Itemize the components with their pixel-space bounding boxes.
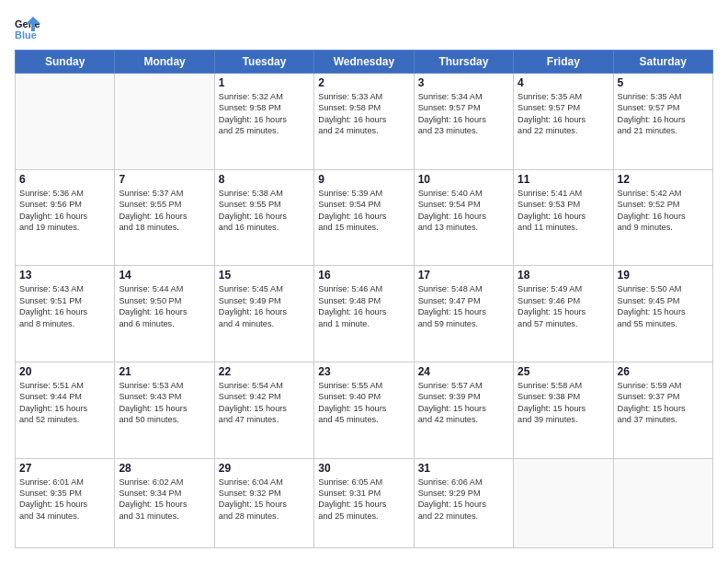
day-number: 9 [318, 173, 409, 186]
day-number: 17 [418, 269, 509, 282]
day-number: 22 [219, 365, 310, 378]
cell-text: Sunrise: 5:44 AM Sunset: 9:50 PM Dayligh… [119, 283, 210, 329]
day-number: 3 [418, 76, 509, 89]
day-number: 15 [219, 269, 310, 282]
calendar-cell: 19Sunrise: 5:50 AM Sunset: 9:45 PM Dayli… [613, 266, 712, 362]
calendar-cell [514, 458, 613, 547]
calendar-cell: 15Sunrise: 5:45 AM Sunset: 9:49 PM Dayli… [214, 266, 313, 362]
day-number: 29 [219, 462, 310, 475]
day-number: 24 [418, 365, 509, 378]
cell-text: Sunrise: 5:55 AM Sunset: 9:40 PM Dayligh… [318, 380, 409, 426]
header: General Blue [15, 15, 713, 40]
calendar-cell: 5Sunrise: 5:35 AM Sunset: 9:57 PM Daylig… [613, 74, 712, 170]
calendar-cell: 23Sunrise: 5:55 AM Sunset: 9:40 PM Dayli… [314, 362, 414, 458]
day-number: 21 [119, 365, 210, 378]
cell-text: Sunrise: 5:54 AM Sunset: 9:42 PM Dayligh… [219, 380, 310, 426]
calendar-cell: 4Sunrise: 5:35 AM Sunset: 9:57 PM Daylig… [514, 74, 613, 170]
day-number: 1 [219, 76, 310, 89]
calendar-cell: 8Sunrise: 5:38 AM Sunset: 9:55 PM Daylig… [214, 169, 313, 266]
cell-text: Sunrise: 5:59 AM Sunset: 9:37 PM Dayligh… [618, 380, 709, 426]
day-number: 11 [518, 173, 609, 186]
day-number: 31 [418, 462, 509, 475]
calendar-cell: 1Sunrise: 5:32 AM Sunset: 9:58 PM Daylig… [214, 74, 313, 170]
day-number: 16 [318, 269, 409, 282]
cell-text: Sunrise: 5:40 AM Sunset: 9:54 PM Dayligh… [418, 188, 509, 234]
cell-text: Sunrise: 5:43 AM Sunset: 9:51 PM Dayligh… [19, 283, 110, 329]
cell-text: Sunrise: 5:33 AM Sunset: 9:58 PM Dayligh… [318, 91, 409, 137]
day-number: 5 [618, 76, 709, 89]
cell-text: Sunrise: 5:48 AM Sunset: 9:47 PM Dayligh… [418, 283, 509, 329]
day-number: 18 [518, 269, 609, 282]
calendar-cell: 18Sunrise: 5:49 AM Sunset: 9:46 PM Dayli… [514, 266, 613, 362]
cell-text: Sunrise: 5:57 AM Sunset: 9:39 PM Dayligh… [418, 380, 509, 426]
calendar-cell: 14Sunrise: 5:44 AM Sunset: 9:50 PM Dayli… [115, 266, 214, 362]
day-number: 6 [19, 173, 110, 186]
calendar-cell: 22Sunrise: 5:54 AM Sunset: 9:42 PM Dayli… [214, 362, 313, 458]
cell-text: Sunrise: 5:35 AM Sunset: 9:57 PM Dayligh… [618, 91, 709, 137]
calendar-cell: 13Sunrise: 5:43 AM Sunset: 9:51 PM Dayli… [16, 266, 115, 362]
calendar-cell: 6Sunrise: 5:36 AM Sunset: 9:56 PM Daylig… [16, 169, 115, 266]
weekday-header: Tuesday [214, 51, 313, 74]
cell-text: Sunrise: 5:36 AM Sunset: 9:56 PM Dayligh… [19, 188, 110, 234]
calendar-cell: 25Sunrise: 5:58 AM Sunset: 9:38 PM Dayli… [514, 362, 613, 458]
cell-text: Sunrise: 5:50 AM Sunset: 9:45 PM Dayligh… [618, 283, 709, 329]
day-number: 25 [518, 365, 609, 378]
day-number: 14 [119, 269, 210, 282]
day-number: 7 [119, 173, 210, 186]
calendar-cell: 28Sunrise: 6:02 AM Sunset: 9:34 PM Dayli… [115, 458, 214, 547]
calendar-cell: 29Sunrise: 6:04 AM Sunset: 9:32 PM Dayli… [214, 458, 313, 547]
day-number: 4 [518, 76, 609, 89]
calendar-cell [115, 74, 214, 170]
day-number: 20 [19, 365, 110, 378]
day-number: 12 [618, 173, 709, 186]
logo: General Blue [15, 15, 44, 40]
cell-text: Sunrise: 5:39 AM Sunset: 9:54 PM Dayligh… [318, 188, 409, 234]
cell-text: Sunrise: 6:04 AM Sunset: 9:32 PM Dayligh… [219, 477, 310, 523]
calendar-cell: 3Sunrise: 5:34 AM Sunset: 9:57 PM Daylig… [414, 74, 513, 170]
cell-text: Sunrise: 5:32 AM Sunset: 9:58 PM Dayligh… [219, 91, 310, 137]
weekday-header: Saturday [613, 51, 712, 74]
calendar-cell: 31Sunrise: 6:06 AM Sunset: 9:29 PM Dayli… [414, 458, 513, 547]
day-number: 19 [618, 269, 709, 282]
calendar-cell: 26Sunrise: 5:59 AM Sunset: 9:37 PM Dayli… [613, 362, 712, 458]
calendar-cell [613, 458, 712, 547]
calendar-cell: 17Sunrise: 5:48 AM Sunset: 9:47 PM Dayli… [414, 266, 513, 362]
calendar-cell: 9Sunrise: 5:39 AM Sunset: 9:54 PM Daylig… [314, 169, 414, 266]
day-number: 27 [19, 462, 110, 475]
calendar-cell: 20Sunrise: 5:51 AM Sunset: 9:44 PM Dayli… [16, 362, 115, 458]
cell-text: Sunrise: 6:06 AM Sunset: 9:29 PM Dayligh… [418, 477, 509, 523]
cell-text: Sunrise: 6:01 AM Sunset: 9:35 PM Dayligh… [19, 477, 110, 523]
cell-text: Sunrise: 6:02 AM Sunset: 9:34 PM Dayligh… [119, 477, 210, 523]
weekday-header: Friday [514, 51, 613, 74]
logo-icon: General Blue [15, 15, 40, 40]
day-number: 10 [418, 173, 509, 186]
cell-text: Sunrise: 6:05 AM Sunset: 9:31 PM Dayligh… [318, 477, 409, 523]
calendar-cell: 10Sunrise: 5:40 AM Sunset: 9:54 PM Dayli… [414, 169, 513, 266]
calendar-cell: 24Sunrise: 5:57 AM Sunset: 9:39 PM Dayli… [414, 362, 513, 458]
weekday-header: Sunday [16, 51, 115, 74]
cell-text: Sunrise: 5:35 AM Sunset: 9:57 PM Dayligh… [518, 91, 609, 137]
day-number: 30 [318, 462, 409, 475]
day-number: 2 [318, 76, 409, 89]
calendar-table: SundayMondayTuesdayWednesdayThursdayFrid… [15, 50, 713, 548]
cell-text: Sunrise: 5:49 AM Sunset: 9:46 PM Dayligh… [518, 283, 609, 329]
day-number: 26 [618, 365, 709, 378]
cell-text: Sunrise: 5:53 AM Sunset: 9:43 PM Dayligh… [119, 380, 210, 426]
calendar-cell: 2Sunrise: 5:33 AM Sunset: 9:58 PM Daylig… [314, 74, 414, 170]
weekday-header: Monday [115, 51, 214, 74]
cell-text: Sunrise: 5:46 AM Sunset: 9:48 PM Dayligh… [318, 283, 409, 329]
calendar-cell: 12Sunrise: 5:42 AM Sunset: 9:52 PM Dayli… [613, 169, 712, 266]
cell-text: Sunrise: 5:51 AM Sunset: 9:44 PM Dayligh… [19, 380, 110, 426]
calendar-cell: 21Sunrise: 5:53 AM Sunset: 9:43 PM Dayli… [115, 362, 214, 458]
calendar-cell: 16Sunrise: 5:46 AM Sunset: 9:48 PM Dayli… [314, 266, 414, 362]
cell-text: Sunrise: 5:42 AM Sunset: 9:52 PM Dayligh… [618, 188, 709, 234]
calendar-cell: 7Sunrise: 5:37 AM Sunset: 9:55 PM Daylig… [115, 169, 214, 266]
calendar-cell: 30Sunrise: 6:05 AM Sunset: 9:31 PM Dayli… [314, 458, 414, 547]
calendar-cell [16, 74, 115, 170]
page: General Blue SundayMondayTuesdayWednesda… [0, 0, 728, 563]
weekday-header: Wednesday [314, 51, 414, 74]
cell-text: Sunrise: 5:41 AM Sunset: 9:53 PM Dayligh… [518, 188, 609, 234]
cell-text: Sunrise: 5:38 AM Sunset: 9:55 PM Dayligh… [219, 188, 310, 234]
cell-text: Sunrise: 5:37 AM Sunset: 9:55 PM Dayligh… [119, 188, 210, 234]
cell-text: Sunrise: 5:34 AM Sunset: 9:57 PM Dayligh… [418, 91, 509, 137]
